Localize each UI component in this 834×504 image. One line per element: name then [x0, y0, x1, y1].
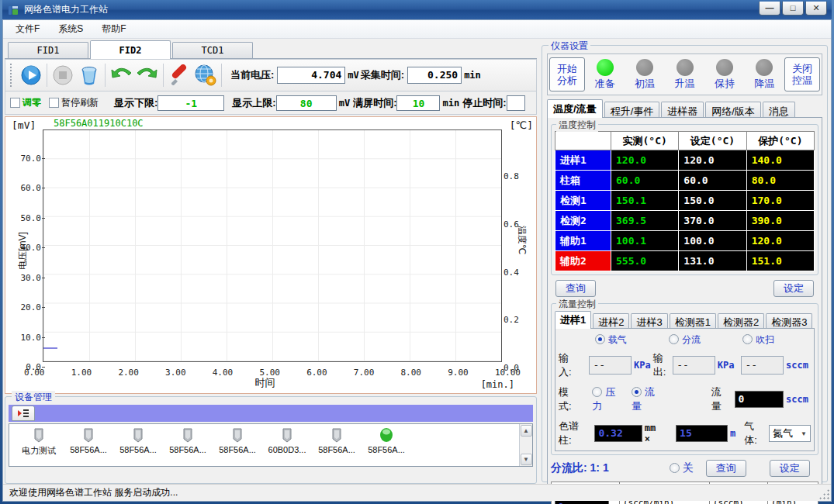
tab-temp-flow[interactable]: 温度/流量: [547, 99, 603, 118]
maximize-button[interactable]: □: [782, 2, 804, 16]
flow-tab-detector2[interactable]: 检测器2: [718, 313, 764, 328]
scroll-up-icon[interactable]: ▲: [521, 425, 532, 437]
split-off-radio[interactable]: [670, 463, 680, 473]
column-label: 色谱柱:: [559, 419, 590, 447]
fullscreen-time-label: 满屏时间:: [353, 96, 396, 110]
start-analysis-button[interactable]: 开始 分析: [549, 57, 585, 91]
carrier-gas-option[interactable]: 载气: [595, 333, 627, 347]
close-temp-control-button[interactable]: 关闭 控温: [784, 57, 820, 91]
device-item[interactable]: 58F56A...: [163, 427, 213, 454]
flow-mode-option[interactable]: 流量: [632, 385, 665, 413]
device-item[interactable]: 58F56A...: [213, 427, 262, 454]
flow-mode-radio[interactable]: [632, 387, 642, 397]
input-pressure-field[interactable]: --: [589, 356, 632, 375]
tab-fid2[interactable]: FID2: [90, 40, 171, 59]
upper-limit-field[interactable]: 80: [276, 95, 337, 111]
temp-set-button[interactable]: 设定: [773, 280, 814, 297]
table-row[interactable]: 进样1 120.0 120.0 140.0: [555, 150, 815, 171]
flow-set-button[interactable]: 设定: [770, 460, 810, 477]
redo-button[interactable]: [134, 62, 161, 88]
device-item-online[interactable]: 58F56A...: [362, 427, 411, 454]
gas-dropdown[interactable]: 氮气 ▼: [769, 425, 811, 442]
flow-tab-detector3[interactable]: 检测器3: [766, 313, 812, 328]
device-item[interactable]: 58F56A...: [312, 427, 362, 454]
purge-radio[interactable]: [742, 334, 753, 344]
table-row-alert[interactable]: 辅助2 555.0 131.0 151.0: [555, 251, 815, 271]
pause-refresh-label: 暂停刷新: [61, 96, 99, 109]
split-off-label: 关: [683, 461, 694, 474]
window-frame: 网络色谱电力工作站 — □ ✕ 文件F 系统S 帮助F FID1 FID2 TC…: [0, 0, 834, 504]
table-row[interactable]: 辅助1 100.1 100.0 120.0: [555, 231, 815, 251]
start-acquisition-button[interactable]: [18, 62, 44, 88]
undo-button[interactable]: [108, 62, 134, 88]
clear-chart-button[interactable]: [76, 62, 102, 88]
tab-tcd1[interactable]: TCD1: [172, 42, 253, 58]
column-diameter-field[interactable]: 0.32: [594, 425, 642, 442]
fullscreen-time-field[interactable]: 10: [396, 95, 440, 111]
stop-time-label: 停止时间:: [462, 96, 506, 110]
status-light-initial-temp: 初温: [625, 59, 664, 91]
close-button[interactable]: ✕: [805, 2, 827, 16]
green-orb-icon: [379, 427, 393, 443]
tab-injector[interactable]: 进样器: [661, 102, 704, 117]
acq-time-field[interactable]: 0.250: [407, 67, 462, 84]
stop-acquisition-button[interactable]: [50, 62, 76, 88]
flow-tab-inlet3[interactable]: 进样3: [631, 313, 667, 328]
zero-checkbox[interactable]: [10, 98, 20, 108]
tab-program-events[interactable]: 程升/事件: [604, 102, 660, 117]
scroll-down-icon[interactable]: ▼: [521, 454, 532, 465]
instrument-settings-panel: 仪器设置 开始 分析 准备 初温: [542, 45, 828, 482]
voltage-value-field[interactable]: 4.704: [277, 67, 345, 84]
device-list: 电力测试 58F56A... 58F56A... 58F56A...: [9, 423, 533, 467]
tab-network-version[interactable]: 网络/版本: [705, 102, 761, 117]
flow-tab-inlet1[interactable]: 进样1: [555, 311, 591, 329]
pause-refresh-checkbox[interactable]: [49, 98, 59, 108]
flow-value-field[interactable]: 0: [735, 391, 784, 408]
split-radio[interactable]: [669, 334, 679, 344]
output-pressure-field[interactable]: --: [673, 356, 715, 375]
device-list-view-button[interactable]: [12, 406, 35, 421]
column-length-unit: m: [730, 428, 735, 439]
aux-flow-field[interactable]: --: [741, 356, 784, 375]
menu-file[interactable]: 文件F: [6, 20, 49, 38]
column-length-field[interactable]: 15: [676, 425, 728, 442]
tab-fid1[interactable]: FID1: [8, 42, 88, 58]
flow-tab-body: 载气 分流 吹扫 输入: -- KPa 输出: --: [555, 328, 815, 451]
table-row[interactable]: 检测1 150.1 150.0 170.0: [555, 191, 815, 211]
tab-messages[interactable]: 消息: [763, 102, 795, 117]
temperature-header-row: 实测(°C) 设定(°C) 保护(°C): [555, 132, 815, 150]
menu-help[interactable]: 帮助F: [92, 20, 135, 38]
resize-grip[interactable]: [818, 488, 829, 499]
split-off-option[interactable]: 关: [670, 461, 694, 475]
carrier-gas-radio[interactable]: [595, 334, 605, 344]
network-settings-button[interactable]: [192, 62, 219, 88]
device-item[interactable]: 58F56A...: [113, 427, 163, 454]
purge-option[interactable]: 吹扫: [742, 333, 774, 347]
row-name: 辅助2: [555, 251, 611, 271]
toolbar-grip[interactable]: [10, 64, 15, 87]
table-row[interactable]: 柱箱 60.0 60.0 80.0: [555, 171, 815, 191]
y2-axis-unit: [℃]: [510, 119, 533, 131]
temp-query-button[interactable]: 查询: [555, 280, 596, 297]
settings-button[interactable]: [166, 62, 192, 88]
split-option[interactable]: 分流: [669, 333, 701, 347]
minimize-button[interactable]: —: [759, 2, 780, 16]
device-item[interactable]: 58F56A...: [64, 427, 113, 454]
menu-bar: 文件F 系统S 帮助F: [3, 20, 831, 39]
lower-limit-field[interactable]: -1: [157, 95, 224, 111]
flow-tab-inlet2[interactable]: 进样2: [593, 313, 629, 328]
pressure-mode-radio[interactable]: [592, 387, 602, 397]
device-list-scrollbar[interactable]: ▲ ▼: [519, 424, 532, 466]
flow-tab-detector1[interactable]: 检测器1: [670, 313, 716, 328]
pressure-mode-option[interactable]: 压力: [592, 385, 625, 413]
device-item[interactable]: 60B0D3...: [262, 427, 312, 454]
y-tick: 50.0: [16, 213, 41, 223]
plot-area[interactable]: [43, 129, 502, 362]
flow-query-button[interactable]: 查询: [706, 460, 746, 477]
output-unit: KPa: [718, 360, 735, 371]
stop-time-field[interactable]: [507, 95, 525, 111]
device-item[interactable]: 电力测试: [14, 427, 64, 457]
toolbar-separator: [105, 64, 106, 87]
menu-system[interactable]: 系统S: [49, 20, 92, 38]
table-row[interactable]: 检测2 369.5 370.0 390.0: [555, 211, 815, 231]
